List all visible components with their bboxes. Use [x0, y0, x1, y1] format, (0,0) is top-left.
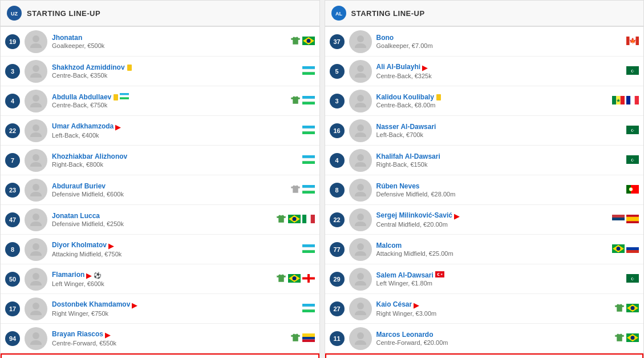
- player-number: 22: [330, 212, 345, 227]
- player-name[interactable]: Jhonatan: [52, 34, 82, 42]
- player-name-row: Marcos Leonardo: [376, 331, 615, 339]
- svg-rect-17: [302, 99, 315, 102]
- player-name[interactable]: Khalifah Al-Dawsari: [376, 152, 440, 160]
- player-row: 50Flamarion▶⚽Left Winger, €600k: [1, 264, 319, 294]
- flag-icon-colombia: [302, 333, 315, 344]
- player-info: Abdulla AbdullaevCentre-Back, €750k: [52, 93, 290, 109]
- player-photo: [349, 90, 372, 112]
- svg-rect-9: [302, 72, 315, 75]
- player-photo: [349, 268, 372, 291]
- player-info: Salem Al-Dawsari★Left Winger, €1.80m: [376, 271, 627, 287]
- player-row: 17Dostonbek Khamdamov▶Right Winger, €750…: [1, 294, 319, 324]
- player-icons-area: [302, 66, 315, 77]
- player-info: Nasser Al-DawsariLeft-Back, €700k: [376, 123, 627, 138]
- flag-icon-italy: [302, 215, 315, 225]
- svg-point-52: [33, 273, 39, 280]
- player-name[interactable]: Khozhiakbar Alizhonov: [52, 152, 127, 160]
- player-details: Defensive Midfield, €600k: [52, 191, 290, 198]
- svg-rect-45: [310, 215, 314, 223]
- player-name[interactable]: Nasser Al-Dawsari: [376, 123, 436, 131]
- player-details: Centre-Forward, €20.00m: [376, 339, 615, 346]
- player-icons-area: ☪: [626, 155, 639, 166]
- flag-icon-russia: [626, 244, 639, 255]
- player-row: 47Jonatan LuccaDefensive Midfield, €250k: [1, 205, 319, 235]
- player-row: 23Abdurauf BurievDefensive Midfield, €60…: [1, 175, 319, 205]
- player-name[interactable]: Rúben Neves: [376, 182, 420, 190]
- player-photo: [349, 179, 372, 202]
- flag-icon-saudi: ☪: [626, 274, 639, 284]
- player-name[interactable]: Flamarion: [52, 271, 84, 279]
- player-name[interactable]: Dostonbek Khamdamov: [52, 300, 130, 308]
- player-info: Kalidou KoulibalyCentre-Back, €8.00m: [376, 93, 613, 108]
- svg-rect-18: [302, 102, 315, 104]
- player-name[interactable]: Marcos Leonardo: [376, 331, 434, 339]
- player-icons-area: [614, 303, 639, 315]
- flag-icon-saudi: ☪: [626, 66, 639, 77]
- team2-header: AL STARTING LINE-UP: [325, 1, 644, 27]
- player-number: 5: [330, 64, 345, 79]
- player-row: 22Umar Adkhamzoda▶Left-Back, €400k: [1, 116, 319, 146]
- player-icons-area: [276, 273, 315, 285]
- player-name[interactable]: Salem Al-Dawsari: [376, 271, 434, 279]
- svg-rect-23: [302, 128, 315, 131]
- svg-rect-14: [120, 95, 129, 98]
- player-name[interactable]: Kaio César: [376, 300, 412, 308]
- flag-icon-uzbekistan: [302, 126, 315, 136]
- flag-icon-brazil: [288, 274, 301, 284]
- player-name[interactable]: Diyor Kholmatov: [52, 241, 107, 249]
- player-number: 8: [5, 242, 20, 257]
- player-details: Right-Back, €150k: [376, 161, 627, 168]
- player-name[interactable]: Shakhzod Azmiddinov: [52, 63, 125, 71]
- player-name-row: Khalifah Al-Dawsari: [376, 152, 627, 160]
- player-row: 11Marcos LeonardoCentre-Forward, €20.00m: [325, 324, 644, 353]
- red-arrow-icon: ▶: [115, 123, 121, 131]
- player-name[interactable]: Umar Adkhamzoda: [52, 122, 114, 130]
- player-name[interactable]: Sergej Milinković-Savić: [376, 211, 452, 219]
- player-icons-area: [302, 155, 315, 166]
- shirt-icon: [614, 303, 625, 315]
- player-name-row: Rúben Neves: [376, 182, 627, 190]
- svg-rect-28: [302, 155, 315, 158]
- player-name-row: Umar Adkhamzoda▶: [52, 122, 302, 131]
- player-name[interactable]: Bono: [376, 34, 394, 42]
- svg-rect-24: [302, 131, 315, 134]
- svg-rect-44: [306, 215, 310, 223]
- player-photo: [25, 238, 47, 261]
- team2-panel: AL STARTING LINE-UP 37BonoGoalkeeper, €7…: [325, 0, 645, 358]
- player-name[interactable]: Jonatan Lucca: [52, 212, 100, 220]
- svg-rect-108: [626, 247, 639, 250]
- player-name[interactable]: Abdulla Abdullaev: [52, 93, 111, 101]
- player-photo: [25, 149, 47, 172]
- svg-rect-68: [302, 339, 315, 342]
- player-row: 7Khozhiakbar AlizhonovRight-Back, €800k: [1, 146, 319, 175]
- flag-icon-saudi: ☪: [626, 155, 639, 166]
- player-name-row: Malcom: [376, 242, 613, 250]
- player-icons-area: 🍁: [626, 37, 639, 47]
- shirt-icon: [614, 332, 625, 344]
- player-info: Khozhiakbar AlizhonovRight-Back, €800k: [52, 152, 302, 168]
- svg-point-93: [357, 184, 364, 191]
- player-name[interactable]: Ali Al-Bulayhi: [376, 63, 421, 71]
- player-icons-area: ☪: [626, 274, 639, 284]
- player-name[interactable]: Brayan Riascos: [52, 330, 103, 338]
- svg-rect-74: [636, 37, 639, 45]
- shirt-gray-icon: [290, 184, 301, 196]
- player-details: Defensive Midfield, €250k: [52, 220, 276, 227]
- player-name[interactable]: Kalidou Koulibaly: [376, 93, 434, 101]
- player-row: 94Brayan Riascos▶Centre-Forward, €550k: [1, 324, 319, 353]
- player-info: Umar Adkhamzoda▶Left-Back, €400k: [52, 122, 302, 138]
- svg-point-106: [617, 247, 621, 251]
- player-name[interactable]: Malcom: [376, 242, 402, 250]
- player-name[interactable]: Abdurauf Buriev: [52, 182, 106, 190]
- svg-point-96: [629, 187, 633, 191]
- team1-players-list: 19JhonatanGoalkeeper, €500k3Shakhzod Azm…: [1, 27, 319, 353]
- player-details: Central Midfield, €20.00m: [376, 221, 613, 228]
- flag-icon-portugal: [626, 185, 639, 195]
- player-info: MalcomAttacking Midfield, €25.00m: [376, 242, 613, 257]
- player-details: Centre-Back, €8.00m: [376, 102, 613, 108]
- player-number: 23: [5, 183, 20, 198]
- player-name-row: Salem Al-Dawsari★: [376, 271, 627, 280]
- team2-logo: AL: [331, 5, 347, 21]
- red-arrow-icon: ▶: [105, 331, 111, 339]
- player-row: 37BonoGoalkeeper, €7.00m🍁: [325, 27, 644, 57]
